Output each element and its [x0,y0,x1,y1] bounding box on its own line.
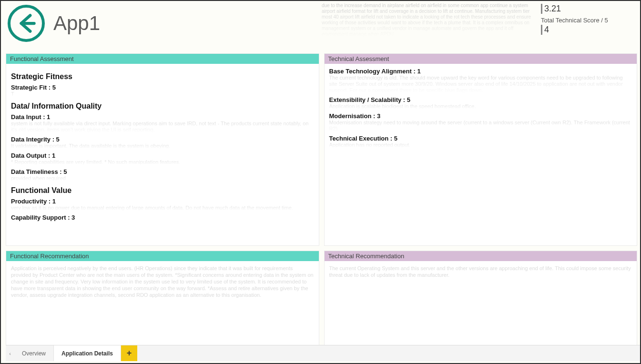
metric-label: Productivity : 1 [11,198,314,205]
functional-recommendation-body: Application is perceived negatively by t… [6,261,319,342]
functional-assessment-body[interactable]: Strategic Fitness Strategic Fit : 5 T Da… [6,64,319,240]
metric-note: Modernisation strategy need to moving ar… [329,120,632,132]
tab-add-button[interactable]: + [121,345,137,361]
tab-application-details[interactable]: Application Details [54,345,121,361]
back-button[interactable] [8,5,45,42]
section-heading: Data/ Information Quality [11,102,314,111]
page-title: App1 [53,12,100,35]
total-score-value: 4 [541,25,608,35]
total-score-label: Total Technical Score / 5 [541,17,608,24]
tab-scroll-left[interactable]: ‹ [6,345,14,361]
metric-label: Data Output : 1 [11,152,314,159]
functional-recommendation-panel: Functional Recommendation Application is… [6,251,319,346]
metric-note: very low as it is no power due to manual… [11,205,314,211]
panels-region: Functional Assessment Strategic Fitness … [6,53,637,351]
score-value-1: 3.21 [541,4,608,14]
metric-label: Technical Execution : 5 [329,135,632,142]
metric-note: Application is scalable biodigest in the… [329,103,632,110]
section-heading: Strategic Fitness [11,72,314,81]
metric-note: It validation is important. The data ava… [11,143,314,149]
functional-assessment-header: Functional Assessment [6,54,319,64]
metric-label: Capability Support : 3 [11,214,314,221]
functional-recommendation-header: Functional Recommendation [6,251,319,261]
technical-recommendation-panel: Technical Recommendation The current Ope… [324,251,638,346]
score-summary: 3.21 Total Technical Score / 5 4 [541,3,608,35]
app-description-blurred: due to the increase demand in airplane a… [322,3,541,37]
technical-assessment-header: Technical Assessment [325,54,637,64]
tab-bar: ‹ Overview Application Details + [6,345,640,361]
right-column: Technical Assessment Base Technology Ali… [324,53,638,351]
arrow-left-icon [14,11,38,35]
technical-recommendation-header: Technical Recommendation [325,251,637,261]
technical-recommendation-body: The current Operating System and this se… [325,261,637,342]
metric-label: Data Timeliness : 5 [11,168,314,175]
metric-label: Extensibility / Scalability : 5 [329,96,632,103]
metric-label: Base Technology Alignment : 1 [329,68,632,75]
metric-note: Application has no reported output. [329,142,632,148]
functional-assessment-panel: Functional Assessment Strategic Fitness … [6,53,319,246]
top-right-region: due to the increase demand in airplane a… [322,1,636,44]
metric-note: * Reporting capabilities are very limite… [11,159,314,165]
technical-assessment-body: Base Technology Alignment : 1 The curren… [325,64,637,240]
section-heading: Functional Value [11,186,314,195]
metric-note: provided when required [11,175,314,182]
metric-note: The current technology is old. The shoul… [329,75,632,93]
metric-label: Data Input : 1 [11,113,314,121]
metric-label: Strategic Fit : 5 [11,84,314,91]
technical-recommendation-text: The current Operating System and this se… [329,265,632,278]
left-column: Functional Assessment Strategic Fitness … [6,53,319,351]
metric-label: Modernisation : 3 [329,112,632,120]
metric-label: Data Integrity : 5 [11,136,314,143]
functional-recommendation-text: Application is perceived negatively by t… [11,265,314,298]
technical-assessment-panel: Technical Assessment Base Technology Ali… [324,53,638,246]
metric-note: system is not fully available via direct… [11,121,314,133]
tab-overview[interactable]: Overview [14,345,54,361]
metric-note: T [11,91,314,97]
